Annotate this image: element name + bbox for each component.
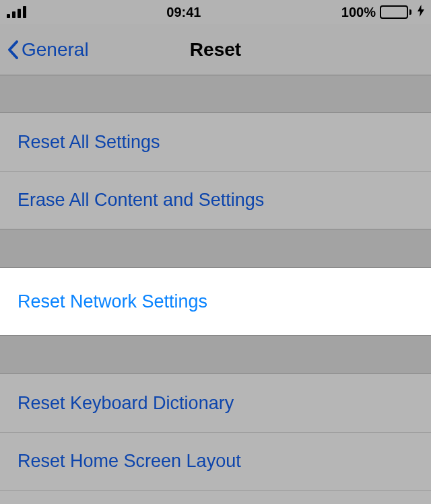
cellular-signal-icon <box>7 6 26 18</box>
back-button[interactable]: General <box>7 39 89 61</box>
back-label: General <box>22 39 89 61</box>
reset-network-settings-row[interactable]: Reset Network Settings <box>0 268 431 335</box>
reset-all-settings-row[interactable]: Reset All Settings <box>0 113 431 171</box>
battery-icon <box>380 5 411 19</box>
row-label: Reset Network Settings <box>18 291 207 312</box>
nav-bar: General Reset <box>0 24 431 75</box>
section-separator <box>0 335 431 374</box>
section-separator <box>0 75 431 113</box>
charging-icon <box>418 5 424 20</box>
status-bar: 09:41 100% <box>0 0 431 24</box>
status-time: 09:41 <box>26 5 341 20</box>
battery-percent: 100% <box>341 5 376 20</box>
reset-location-privacy-row[interactable]: Reset Location & Privacy <box>0 490 431 504</box>
row-label: Reset Home Screen Layout <box>18 451 241 472</box>
reset-keyboard-dictionary-row[interactable]: Reset Keyboard Dictionary <box>0 374 431 432</box>
erase-all-content-row[interactable]: Erase All Content and Settings <box>0 171 431 229</box>
reset-home-screen-row[interactable]: Reset Home Screen Layout <box>0 432 431 490</box>
chevron-left-icon <box>7 40 19 60</box>
row-label: Erase All Content and Settings <box>18 190 264 211</box>
section-separator <box>0 229 431 268</box>
row-label: Reset All Settings <box>18 132 160 153</box>
row-label: Reset Keyboard Dictionary <box>18 393 234 414</box>
